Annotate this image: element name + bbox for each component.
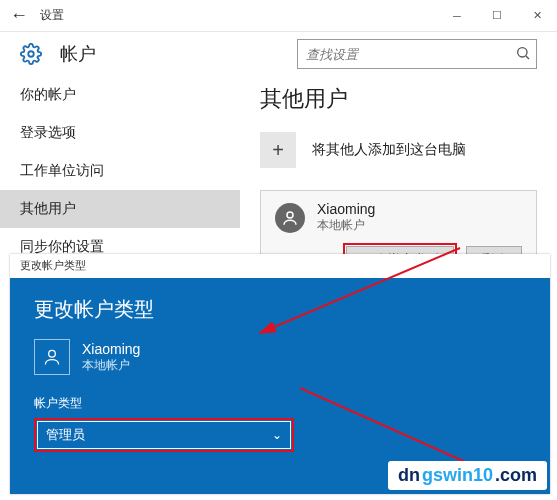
page-title: 帐户 [60, 42, 96, 66]
chevron-down-icon: ⌄ [272, 428, 282, 442]
svg-line-2 [526, 56, 529, 59]
dialog-user-row: Xiaoming 本地帐户 [34, 339, 526, 375]
main-area: 你的帐户 登录选项 工作单位访问 其他用户 同步你的设置 其他用户 + 将其他人… [0, 76, 557, 276]
watermark-part-c: .com [495, 465, 537, 486]
dialog-user-type: 本地帐户 [82, 357, 140, 374]
sidebar-item-signin-options[interactable]: 登录选项 [0, 114, 240, 152]
content: 其他用户 + 将其他人添加到这台电脑 Xiaoming 本地帐户 更改帐户类型 … [240, 76, 557, 276]
svg-point-4 [49, 350, 56, 357]
dialog-user-info: Xiaoming 本地帐户 [82, 341, 140, 374]
dialog-titlebar: 更改帐户类型 [10, 254, 550, 278]
search-icon[interactable] [515, 45, 531, 65]
svg-point-0 [28, 51, 34, 57]
search-input[interactable] [297, 39, 537, 69]
svg-point-3 [287, 212, 293, 218]
window-title: 设置 [40, 7, 64, 24]
watermark: dngswin10.com [388, 461, 547, 490]
add-person-label: 将其他人添加到这台电脑 [312, 141, 466, 159]
user-card-header: Xiaoming 本地帐户 [275, 201, 522, 234]
account-type-label: 帐户类型 [34, 395, 526, 412]
avatar-icon [275, 203, 305, 233]
user-name: Xiaoming [317, 201, 375, 217]
add-person-row[interactable]: + 将其他人添加到这台电脑 [260, 132, 537, 168]
plus-icon[interactable]: + [260, 132, 296, 168]
search-wrap [297, 39, 537, 69]
gear-icon [20, 43, 42, 65]
account-type-dropdown[interactable]: 管理员 ⌄ [34, 418, 294, 452]
maximize-button[interactable]: ☐ [477, 0, 517, 32]
svg-point-1 [518, 48, 527, 57]
window-controls: ─ ☐ ✕ [437, 0, 557, 32]
titlebar-left: ← 设置 [0, 5, 64, 26]
watermark-part-b: gswin10 [422, 465, 493, 486]
watermark-part-a: dn [398, 465, 420, 486]
dropdown-value: 管理员 [46, 426, 85, 444]
section-title: 其他用户 [260, 84, 537, 114]
user-info: Xiaoming 本地帐户 [317, 201, 375, 234]
user-type: 本地帐户 [317, 217, 375, 234]
window-titlebar: ← 设置 ─ ☐ ✕ [0, 0, 557, 32]
sidebar-item-work-access[interactable]: 工作单位访问 [0, 152, 240, 190]
back-icon[interactable]: ← [10, 5, 28, 26]
sidebar: 你的帐户 登录选项 工作单位访问 其他用户 同步你的设置 [0, 76, 240, 276]
dialog-heading: 更改帐户类型 [34, 296, 526, 323]
dialog-user-name: Xiaoming [82, 341, 140, 357]
change-account-type-dialog: 更改帐户类型 更改帐户类型 Xiaoming 本地帐户 帐户类型 管理员 ⌄ [10, 254, 550, 494]
page-header: 帐户 [0, 32, 557, 76]
close-button[interactable]: ✕ [517, 0, 557, 32]
dialog-avatar-icon [34, 339, 70, 375]
sidebar-item-other-users[interactable]: 其他用户 [0, 190, 240, 228]
minimize-button[interactable]: ─ [437, 0, 477, 32]
sidebar-item-your-account[interactable]: 你的帐户 [0, 76, 240, 114]
